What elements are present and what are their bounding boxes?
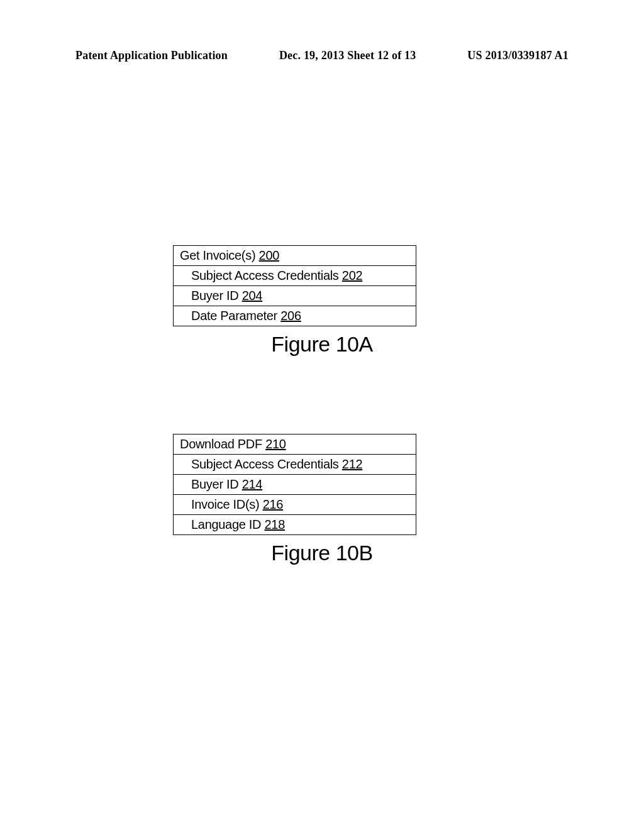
box-field-row: Invoice ID(s) 216	[174, 495, 416, 515]
date-sheet-info: Dec. 19, 2013 Sheet 12 of 13	[279, 49, 416, 62]
reference-number: 202	[342, 268, 362, 282]
figure-caption-10a: Figure 10A	[0, 332, 644, 357]
publication-number: US 2013/0339187 A1	[467, 49, 569, 62]
figure-10b-box: Download PDF 210 Subject Access Credenti…	[173, 434, 416, 535]
box-field-row: Language ID 218	[174, 515, 416, 534]
figure-10a-box: Get Invoice(s) 200 Subject Access Creden…	[173, 245, 416, 326]
field-label: Subject Access Credentials	[191, 268, 339, 282]
box-title-text: Get Invoice(s)	[180, 248, 255, 262]
reference-number: 200	[259, 248, 279, 262]
reference-number: 206	[280, 309, 301, 323]
field-label: Subject Access Credentials	[191, 457, 339, 471]
field-label: Language ID	[191, 517, 261, 531]
reference-number: 204	[242, 289, 262, 302]
field-label: Buyer ID	[191, 477, 238, 491]
reference-number: 212	[342, 457, 362, 471]
reference-number: 216	[263, 497, 283, 511]
box-field-row: Buyer ID 204	[174, 286, 416, 306]
box-field-row: Subject Access Credentials 202	[174, 266, 416, 286]
box-field-row: Date Parameter 206	[174, 306, 416, 326]
field-label: Date Parameter	[191, 309, 277, 323]
box-title-text: Download PDF	[180, 437, 262, 451]
field-label: Invoice ID(s)	[191, 497, 259, 511]
field-label: Buyer ID	[191, 289, 238, 302]
box-title-row: Get Invoice(s) 200	[174, 246, 416, 266]
box-title-row: Download PDF 210	[174, 434, 416, 455]
box-field-row: Subject Access Credentials 212	[174, 455, 416, 475]
reference-number: 214	[242, 477, 262, 491]
box-field-row: Buyer ID 214	[174, 475, 416, 495]
page-header: Patent Application Publication Dec. 19, …	[75, 49, 569, 62]
publication-title: Patent Application Publication	[75, 49, 228, 62]
reference-number: 210	[265, 437, 286, 451]
figure-caption-10b: Figure 10B	[0, 541, 644, 565]
reference-number: 218	[265, 517, 285, 531]
